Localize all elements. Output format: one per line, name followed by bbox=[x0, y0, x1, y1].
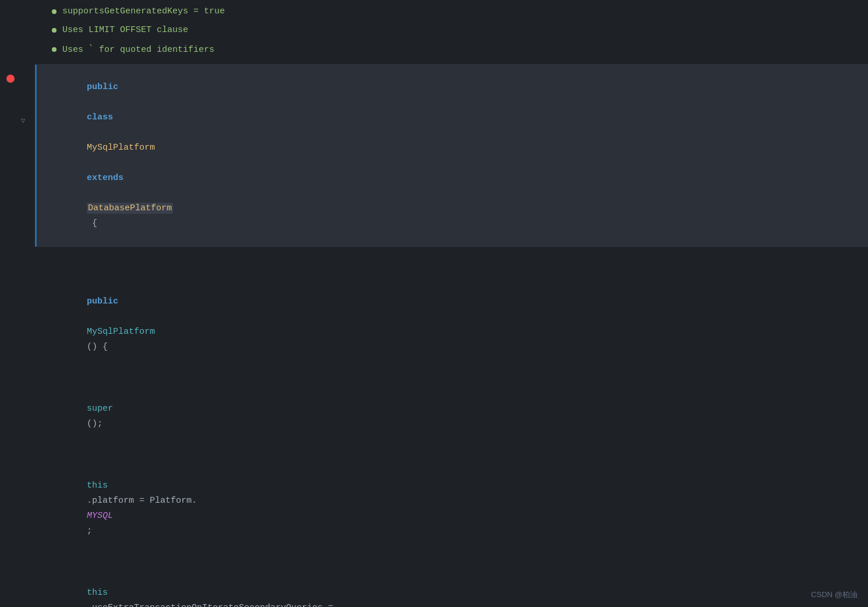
blank-content-1 bbox=[40, 248, 868, 263]
keyword-public2: public bbox=[87, 297, 118, 306]
line-extra-transaction: this .useExtraTransactionOnIterateSecond… bbox=[35, 555, 868, 607]
keyword-class: class bbox=[87, 112, 113, 122]
bullet-dot-1 bbox=[52, 9, 57, 14]
bullet-text-2: Uses LIMIT OFFSET clause bbox=[62, 23, 188, 38]
bullet-text-1: supportsGetGeneratedKeys = true bbox=[62, 4, 225, 19]
super-call: super bbox=[87, 404, 113, 414]
class-name: MySqlPlatform bbox=[87, 143, 155, 153]
constructor-content: public MySqlPlatform () { bbox=[40, 264, 868, 370]
code-area: supportsGetGeneratedKeys = true Uses LIM… bbox=[35, 0, 868, 607]
editor-container: ▽ supportsGetGeneratedKeys = true Uses L… bbox=[0, 0, 868, 607]
breakpoint-dot bbox=[6, 75, 15, 83]
line-platform: this .platform = Platform. MYSQL ; bbox=[35, 447, 868, 555]
left-border bbox=[35, 65, 37, 246]
constructor-name: MySqlPlatform bbox=[87, 327, 155, 337]
parent-class: DatabasePlatform bbox=[87, 203, 173, 214]
keyword-public: public bbox=[87, 82, 118, 92]
blank-line-1 bbox=[35, 247, 868, 263]
class-declaration-line: public class MySqlPlatform extends Datab… bbox=[35, 64, 868, 247]
keyword-extends: extends bbox=[87, 173, 124, 183]
bullet-text-3: Uses ` for quoted identifiers bbox=[62, 41, 214, 58]
class-declaration-content: public class MySqlPlatform extends Datab… bbox=[40, 65, 868, 246]
line-super: super (); bbox=[35, 370, 868, 447]
bullet-item-1: supportsGetGeneratedKeys = true bbox=[35, 2, 868, 21]
this-kw: this bbox=[87, 481, 108, 490]
super-content: super (); bbox=[40, 371, 868, 447]
bullet-list: supportsGetGeneratedKeys = true Uses LIM… bbox=[35, 0, 868, 64]
bullet-dot-2 bbox=[52, 28, 57, 33]
platform-content: this .platform = Platform. MYSQL ; bbox=[40, 448, 868, 554]
breakpoint-marker bbox=[5, 71, 16, 86]
bullet-item-2: Uses LIMIT OFFSET clause bbox=[35, 21, 868, 40]
extra-transaction-content: this .useExtraTransactionOnIterateSecond… bbox=[40, 555, 868, 607]
bullet-dot-3 bbox=[52, 47, 57, 52]
this-kw2: this bbox=[87, 588, 108, 598]
gutter: ▽ bbox=[0, 0, 35, 607]
fold-icon[interactable]: ▽ bbox=[21, 117, 25, 125]
constructor-line: public MySqlPlatform () { bbox=[35, 263, 868, 370]
watermark: CSDN @柏油 bbox=[811, 590, 858, 600]
bullet-item-3: Uses ` for quoted identifiers bbox=[35, 40, 868, 59]
mysql-constant: MYSQL bbox=[87, 511, 113, 521]
